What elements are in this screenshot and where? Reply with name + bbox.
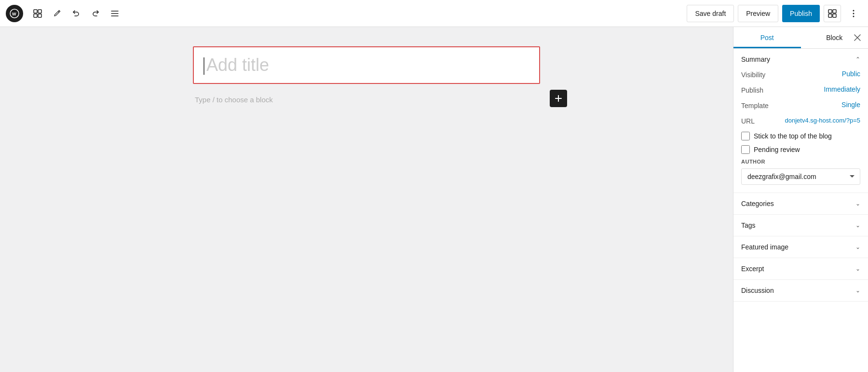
featured-image-header[interactable]: Featured image ⌄ [733,236,868,258]
tags-label: Tags [741,221,756,229]
tags-header[interactable]: Tags ⌄ [733,215,868,236]
sidebar-close-button[interactable] [849,29,866,46]
svg-point-15 [853,13,854,14]
svg-rect-3 [38,10,41,13]
wp-logo[interactable]: W [6,5,23,22]
excerpt-header[interactable]: Excerpt ⌄ [733,258,868,279]
svg-rect-4 [34,14,37,17]
redo-button[interactable] [87,5,104,22]
url-value[interactable]: donjetv4.sg-host.com/?p=5 [785,116,860,124]
add-block-toolbar-button[interactable] [29,5,46,22]
svg-rect-2 [34,10,37,13]
tags-chevron-icon: ⌄ [855,222,860,229]
template-label: Template [741,101,769,110]
publish-value[interactable]: Immediately [824,85,860,93]
title-block[interactable]: Add title [193,46,540,84]
excerpt-label: Excerpt [741,265,764,273]
section-summary: Summary ⌃ Visibility Public Publish Imme… [733,49,868,193]
categories-label: Categories [741,200,774,207]
section-excerpt: Excerpt ⌄ [733,258,868,280]
pending-row: Pending review [741,145,860,154]
svg-rect-5 [38,14,41,17]
summary-content: Visibility Public Publish Immediately Te… [733,70,868,193]
categories-header[interactable]: Categories ⌄ [733,193,868,214]
template-value[interactable]: Single [841,101,860,109]
section-discussion: Discussion ⌄ [733,280,868,302]
publish-row: Publish Immediately [741,85,860,94]
sidebar: Post Block Summary ⌃ Visibility Public [733,27,868,372]
tab-post[interactable]: Post [733,27,801,48]
list-view-button[interactable] [106,5,123,22]
toolbar-right: Save draft Preview Publish [687,5,862,22]
featured-image-chevron-icon: ⌄ [855,244,860,250]
discussion-chevron-icon: ⌄ [855,287,860,294]
visibility-value[interactable]: Public [842,70,860,78]
url-label: URL [741,116,755,125]
svg-text:W: W [12,12,16,16]
pending-checkbox[interactable] [741,145,750,154]
svg-rect-13 [833,14,836,17]
stick-label[interactable]: Stick to the top of the blog [754,132,832,140]
save-draft-button[interactable]: Save draft [687,5,734,22]
publish-label: Publish [741,85,763,94]
discussion-label: Discussion [741,287,774,294]
publish-button[interactable]: Publish [782,5,820,22]
excerpt-chevron-icon: ⌄ [855,265,860,272]
url-row: URL donjetv4.sg-host.com/?p=5 [741,116,860,125]
visibility-row: Visibility Public [741,70,860,79]
summary-chevron-icon: ⌃ [855,56,860,63]
stick-checkbox[interactable] [741,132,750,140]
url-link[interactable]: donjetv4.sg-host.com/?p=5 [785,117,860,124]
visibility-label: Visibility [741,70,765,79]
edit-button[interactable] [48,5,66,22]
block-hint: Type / to choose a block [193,92,275,108]
author-label: AUTHOR [741,159,860,165]
section-tags: Tags ⌄ [733,215,868,236]
svg-point-16 [853,15,854,17]
featured-image-label: Featured image [741,243,788,251]
stick-row: Stick to the top of the blog [741,132,860,140]
title-placeholder: Add title [206,55,269,75]
cursor [203,57,204,75]
discussion-header[interactable]: Discussion ⌄ [733,280,868,301]
editor-content: Add title Type / to choose a block [193,46,540,108]
template-row: Template Single [741,101,860,110]
summary-header[interactable]: Summary ⌃ [733,49,868,70]
svg-rect-11 [833,10,836,13]
svg-rect-12 [828,14,832,17]
add-block-button[interactable] [550,90,567,107]
svg-rect-10 [828,10,832,13]
author-select[interactable]: deezgrafix@gmail.com [741,168,860,185]
pending-label[interactable]: Pending review [754,146,800,153]
categories-chevron-icon: ⌄ [855,200,860,207]
toolbar: W [0,0,868,27]
author-section: AUTHOR deezgrafix@gmail.com [741,159,860,185]
svg-point-14 [853,10,854,11]
more-options-button[interactable] [845,5,862,22]
title-input[interactable]: Add title [203,55,529,75]
svg-line-6 [58,11,59,12]
sidebar-tabs: Post Block [733,27,868,49]
toolbar-left: W [6,5,685,22]
main-area: Add title Type / to choose a block Post … [0,27,868,372]
undo-button[interactable] [68,5,85,22]
preview-button[interactable]: Preview [738,5,778,22]
summary-label: Summary [741,55,770,63]
section-featured-image: Featured image ⌄ [733,236,868,258]
section-categories: Categories ⌄ [733,193,868,215]
settings-button[interactable] [824,5,841,22]
editor-area: Add title Type / to choose a block [0,27,733,372]
